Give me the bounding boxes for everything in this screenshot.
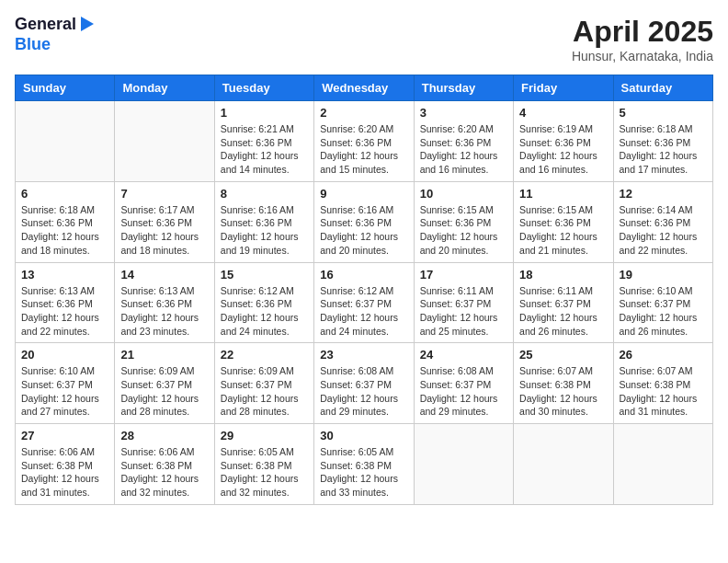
calendar-cell: 17Sunrise: 6:11 AMSunset: 6:37 PMDayligh… [414, 262, 513, 343]
calendar-cell: 27Sunrise: 6:06 AMSunset: 6:38 PMDayligh… [16, 424, 115, 505]
day-number: 21 [120, 348, 208, 362]
calendar-cell: 19Sunrise: 6:10 AMSunset: 6:37 PMDayligh… [613, 262, 712, 343]
calendar-cell: 14Sunrise: 6:13 AMSunset: 6:36 PMDayligh… [115, 262, 214, 343]
calendar-cell [16, 101, 115, 182]
weekday-header: Sunday [16, 75, 115, 101]
calendar-cell [613, 424, 712, 505]
calendar-cell: 18Sunrise: 6:11 AMSunset: 6:37 PMDayligh… [514, 262, 613, 343]
weekday-header: Wednesday [314, 75, 414, 101]
calendar-week-row: 20Sunrise: 6:10 AMSunset: 6:37 PMDayligh… [16, 343, 713, 424]
day-number: 16 [320, 268, 407, 282]
calendar-cell: 10Sunrise: 6:15 AMSunset: 6:36 PMDayligh… [414, 181, 513, 262]
calendar-cell: 11Sunrise: 6:15 AMSunset: 6:36 PMDayligh… [514, 181, 613, 262]
calendar-cell: 21Sunrise: 6:09 AMSunset: 6:37 PMDayligh… [115, 343, 214, 424]
day-info: Sunrise: 6:16 AMSunset: 6:36 PMDaylight:… [320, 203, 407, 258]
day-info: Sunrise: 6:11 AMSunset: 6:37 PMDaylight:… [519, 284, 607, 339]
calendar-cell: 3Sunrise: 6:20 AMSunset: 6:36 PMDaylight… [414, 101, 513, 182]
day-info: Sunrise: 6:15 AMSunset: 6:36 PMDaylight:… [519, 203, 607, 258]
day-number: 30 [320, 429, 407, 442]
weekday-header: Thursday [414, 75, 513, 101]
day-info: Sunrise: 6:08 AMSunset: 6:37 PMDaylight:… [420, 364, 507, 419]
calendar-cell: 5Sunrise: 6:18 AMSunset: 6:36 PMDaylight… [613, 101, 712, 182]
calendar-cell: 7Sunrise: 6:17 AMSunset: 6:36 PMDaylight… [115, 181, 214, 262]
logo-blue: Blue [15, 35, 94, 55]
day-info: Sunrise: 6:07 AMSunset: 6:38 PMDaylight:… [519, 364, 607, 419]
weekday-header: Saturday [613, 75, 712, 101]
day-number: 12 [620, 187, 707, 201]
day-number: 2 [320, 106, 407, 120]
day-info: Sunrise: 6:08 AMSunset: 6:37 PMDaylight:… [320, 364, 407, 419]
day-number: 11 [519, 187, 607, 201]
day-info: Sunrise: 6:10 AMSunset: 6:37 PMDaylight:… [620, 284, 707, 339]
day-number: 8 [221, 187, 308, 201]
day-number: 3 [420, 106, 507, 120]
day-info: Sunrise: 6:12 AMSunset: 6:36 PMDaylight:… [221, 284, 308, 339]
day-info: Sunrise: 6:18 AMSunset: 6:36 PMDaylight:… [620, 122, 707, 177]
logo: General Blue [15, 15, 94, 54]
day-info: Sunrise: 6:14 AMSunset: 6:36 PMDaylight:… [620, 203, 707, 258]
day-number: 10 [420, 187, 507, 201]
day-info: Sunrise: 6:09 AMSunset: 6:37 PMDaylight:… [221, 364, 308, 419]
day-info: Sunrise: 6:06 AMSunset: 6:38 PMDaylight:… [120, 445, 208, 500]
day-number: 23 [320, 348, 407, 362]
day-number: 17 [420, 268, 507, 282]
day-number: 24 [420, 348, 507, 362]
calendar-cell: 13Sunrise: 6:13 AMSunset: 6:36 PMDayligh… [16, 262, 115, 343]
day-info: Sunrise: 6:06 AMSunset: 6:38 PMDaylight:… [21, 445, 108, 500]
day-number: 4 [519, 106, 607, 120]
day-number: 28 [120, 429, 208, 442]
day-number: 26 [620, 348, 707, 362]
day-number: 20 [21, 348, 108, 362]
day-info: Sunrise: 6:12 AMSunset: 6:37 PMDaylight:… [320, 284, 407, 339]
day-number: 22 [221, 348, 308, 362]
day-info: Sunrise: 6:21 AMSunset: 6:36 PMDaylight:… [221, 122, 308, 177]
calendar-cell [514, 424, 613, 505]
day-info: Sunrise: 6:17 AMSunset: 6:36 PMDaylight:… [120, 203, 208, 258]
logo-arrow-icon [81, 17, 94, 31]
day-info: Sunrise: 6:18 AMSunset: 6:36 PMDaylight:… [21, 203, 108, 258]
day-number: 15 [221, 268, 308, 282]
calendar-cell: 1Sunrise: 6:21 AMSunset: 6:36 PMDaylight… [214, 101, 313, 182]
day-info: Sunrise: 6:09 AMSunset: 6:37 PMDaylight:… [120, 364, 208, 419]
weekday-header-row: SundayMondayTuesdayWednesdayThursdayFrid… [16, 75, 713, 101]
location: Hunsur, Karnataka, India [572, 49, 713, 63]
day-number: 6 [21, 187, 108, 201]
day-number: 1 [221, 106, 308, 120]
calendar-cell: 28Sunrise: 6:06 AMSunset: 6:38 PMDayligh… [115, 424, 214, 505]
day-info: Sunrise: 6:11 AMSunset: 6:37 PMDaylight:… [420, 284, 507, 339]
day-info: Sunrise: 6:07 AMSunset: 6:38 PMDaylight:… [620, 364, 707, 419]
day-number: 5 [620, 106, 707, 120]
weekday-header: Tuesday [214, 75, 313, 101]
calendar-week-row: 13Sunrise: 6:13 AMSunset: 6:36 PMDayligh… [16, 262, 713, 343]
title-block: April 2025 Hunsur, Karnataka, India [572, 15, 713, 63]
calendar-cell: 8Sunrise: 6:16 AMSunset: 6:36 PMDaylight… [214, 181, 313, 262]
day-info: Sunrise: 6:20 AMSunset: 6:36 PMDaylight:… [320, 122, 407, 177]
month-title: April 2025 [572, 15, 713, 49]
day-number: 19 [620, 268, 707, 282]
calendar-cell: 20Sunrise: 6:10 AMSunset: 6:37 PMDayligh… [16, 343, 115, 424]
calendar-cell: 6Sunrise: 6:18 AMSunset: 6:36 PMDaylight… [16, 181, 115, 262]
calendar-cell: 30Sunrise: 6:05 AMSunset: 6:38 PMDayligh… [314, 424, 414, 505]
day-info: Sunrise: 6:05 AMSunset: 6:38 PMDaylight:… [320, 445, 407, 500]
day-info: Sunrise: 6:15 AMSunset: 6:36 PMDaylight:… [420, 203, 507, 258]
logo-brand: General Blue [15, 15, 94, 54]
calendar-cell [115, 101, 214, 182]
day-info: Sunrise: 6:05 AMSunset: 6:38 PMDaylight:… [221, 445, 308, 500]
calendar-cell: 29Sunrise: 6:05 AMSunset: 6:38 PMDayligh… [214, 424, 313, 505]
day-number: 18 [519, 268, 607, 282]
calendar-cell: 25Sunrise: 6:07 AMSunset: 6:38 PMDayligh… [514, 343, 613, 424]
day-number: 9 [320, 187, 407, 201]
day-info: Sunrise: 6:20 AMSunset: 6:36 PMDaylight:… [420, 122, 507, 177]
calendar: SundayMondayTuesdayWednesdayThursdayFrid… [15, 75, 713, 505]
calendar-cell: 2Sunrise: 6:20 AMSunset: 6:36 PMDaylight… [314, 101, 414, 182]
page-header: General Blue April 2025 Hunsur, Karnatak… [15, 15, 713, 63]
calendar-cell: 12Sunrise: 6:14 AMSunset: 6:36 PMDayligh… [613, 181, 712, 262]
day-number: 7 [120, 187, 208, 201]
weekday-header: Friday [514, 75, 613, 101]
calendar-cell [414, 424, 513, 505]
calendar-cell: 9Sunrise: 6:16 AMSunset: 6:36 PMDaylight… [314, 181, 414, 262]
calendar-cell: 24Sunrise: 6:08 AMSunset: 6:37 PMDayligh… [414, 343, 513, 424]
calendar-cell: 4Sunrise: 6:19 AMSunset: 6:36 PMDaylight… [514, 101, 613, 182]
calendar-cell: 16Sunrise: 6:12 AMSunset: 6:37 PMDayligh… [314, 262, 414, 343]
day-info: Sunrise: 6:19 AMSunset: 6:36 PMDaylight:… [519, 122, 607, 177]
